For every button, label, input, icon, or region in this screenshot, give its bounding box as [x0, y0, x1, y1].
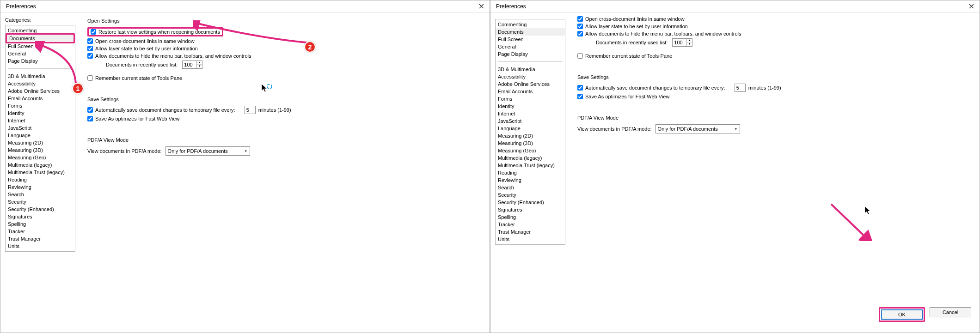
category-item[interactable]: Search [6, 191, 75, 198]
category-item[interactable]: Internet [496, 110, 565, 117]
category-item[interactable]: Page Display [6, 57, 75, 65]
category-item[interactable]: JavaScript [6, 124, 75, 132]
category-item[interactable]: Trust Manager [6, 235, 75, 242]
category-item[interactable]: Reviewing [6, 183, 75, 191]
category-item[interactable]: Accessibility [6, 80, 75, 87]
cross-doc-checkbox[interactable] [577, 16, 583, 22]
category-item[interactable]: Adobe Online Services [496, 80, 565, 88]
category-item[interactable]: General [496, 43, 565, 50]
category-item[interactable]: Reading [6, 176, 75, 183]
category-item[interactable]: Measuring (3D) [6, 146, 75, 154]
category-item[interactable]: Measuring (Geo) [496, 147, 565, 154]
auto-save-minutes-input[interactable] [735, 84, 746, 92]
category-item[interactable]: 3D & Multimedia [6, 73, 75, 80]
category-item[interactable]: Tracker [496, 221, 565, 228]
recent-list-input[interactable] [183, 61, 196, 68]
open-settings-title: Open Settings [87, 18, 481, 24]
recent-list-stepper[interactable]: ▲▼ [182, 61, 202, 69]
spin-up-icon[interactable]: ▲ [687, 39, 692, 42]
layer-state-checkbox[interactable] [577, 24, 583, 29]
auto-save-checkbox[interactable] [577, 85, 583, 91]
category-item[interactable]: Email Accounts [496, 88, 565, 95]
category-item[interactable]: Language [6, 132, 75, 139]
category-item[interactable]: Measuring (2D) [496, 132, 565, 139]
category-item[interactable]: Units [6, 242, 75, 250]
cancel-button[interactable]: Cancel [930, 307, 971, 317]
category-item[interactable]: Multimedia (legacy) [496, 154, 565, 162]
category-item[interactable]: Security [496, 191, 565, 199]
category-item[interactable]: Measuring (2D) [6, 139, 75, 146]
category-item[interactable]: Multimedia Trust (legacy) [6, 169, 75, 176]
category-item[interactable]: Reading [496, 169, 565, 176]
layer-state-checkbox[interactable] [87, 46, 93, 51]
category-item[interactable]: Forms [6, 102, 75, 109]
category-item[interactable]: Internet [6, 117, 75, 124]
category-item[interactable]: Documents [7, 35, 74, 42]
fast-web-checkbox[interactable] [87, 116, 93, 121]
categories-label: Categories: [5, 17, 74, 23]
category-item[interactable]: Email Accounts [6, 95, 75, 102]
open-settings-group: Open Settings Restore last view settings… [87, 18, 481, 88]
save-settings-group: Save Settings Automatically save documen… [577, 74, 971, 107]
allow-hide-checkbox[interactable] [577, 31, 583, 36]
category-item[interactable]: Full Screen [496, 36, 565, 43]
category-item[interactable]: Identity [496, 103, 565, 110]
titlebar: Preferences [0, 0, 490, 12]
category-item[interactable]: Spelling [6, 220, 75, 228]
fast-web-label: Save As optimizes for Fast Web View [585, 94, 669, 99]
auto-save-checkbox[interactable] [87, 107, 93, 113]
category-item[interactable]: Measuring (3D) [496, 139, 565, 147]
category-item[interactable]: Security (Enhanced) [6, 206, 75, 213]
spin-up-icon[interactable]: ▲ [197, 61, 202, 65]
pdfa-group: PDF/A View Mode View documents in PDF/A … [577, 115, 971, 141]
pdfa-select[interactable]: Only for PDF/A documents ▼ [165, 146, 250, 156]
recent-list-stepper[interactable]: ▲▼ [672, 38, 692, 47]
remember-tools-checkbox[interactable] [577, 53, 583, 59]
restore-view-highlight: Restore last view settings when reopenin… [87, 27, 223, 36]
category-item[interactable]: Multimedia Trust (legacy) [496, 162, 565, 169]
category-item[interactable]: Security (Enhanced) [496, 199, 565, 206]
category-item[interactable]: Security [6, 198, 75, 206]
allow-hide-checkbox[interactable] [87, 53, 93, 59]
category-item[interactable]: Language [496, 125, 565, 132]
category-item[interactable]: Accessibility [496, 73, 565, 80]
category-item[interactable]: Commenting [496, 21, 565, 28]
category-item[interactable]: Page Display [496, 50, 565, 58]
restore-view-checkbox[interactable] [91, 29, 96, 35]
spin-down-icon[interactable]: ▼ [687, 42, 692, 46]
pdfa-label: View documents in PDF/A mode: [577, 126, 652, 132]
category-item[interactable]: 3D & Multimedia [496, 66, 565, 73]
pdfa-select[interactable]: Only for PDF/A documents ▼ [655, 124, 740, 133]
remember-tools-checkbox[interactable] [87, 75, 93, 81]
preferences-window-right: Preferences CommentingDocumentsFull Scre… [490, 0, 980, 333]
category-item[interactable]: Identity [6, 109, 75, 117]
close-icon[interactable] [967, 2, 976, 11]
category-item[interactable]: Multimedia (legacy) [6, 161, 75, 169]
recent-list-input[interactable] [673, 39, 686, 46]
category-item[interactable]: Trust Manager [496, 228, 565, 236]
category-item[interactable]: Documents [496, 28, 565, 36]
category-item[interactable]: Search [496, 184, 565, 191]
ok-button[interactable]: OK [881, 309, 923, 320]
category-item[interactable]: Measuring (Geo) [6, 154, 75, 161]
pdfa-title: PDF/A View Mode [577, 115, 971, 121]
category-item[interactable]: General [6, 50, 75, 57]
cross-doc-checkbox[interactable] [87, 38, 93, 44]
category-item[interactable]: Adobe Online Services [6, 87, 75, 95]
category-item[interactable]: Units [496, 236, 565, 243]
category-item[interactable]: Forms [496, 95, 565, 103]
category-item[interactable]: Signatures [496, 206, 565, 213]
close-icon[interactable] [477, 2, 486, 11]
category-item[interactable]: JavaScript [496, 117, 565, 125]
auto-save-label: Automatically save document changes to t… [95, 107, 235, 113]
category-item[interactable]: Tracker [6, 228, 75, 235]
category-item[interactable]: Reviewing [496, 176, 565, 184]
auto-save-minutes-input[interactable] [245, 106, 256, 114]
categories-sidebar: Categories: CommentingDocumentsFull Scre… [0, 12, 79, 327]
fast-web-checkbox[interactable] [577, 94, 583, 99]
spin-down-icon[interactable]: ▼ [197, 65, 202, 68]
category-item[interactable]: Spelling [496, 213, 565, 221]
category-item[interactable]: Full Screen [6, 42, 75, 50]
pdfa-title: PDF/A View Mode [87, 137, 481, 143]
category-item[interactable]: Signatures [6, 213, 75, 220]
